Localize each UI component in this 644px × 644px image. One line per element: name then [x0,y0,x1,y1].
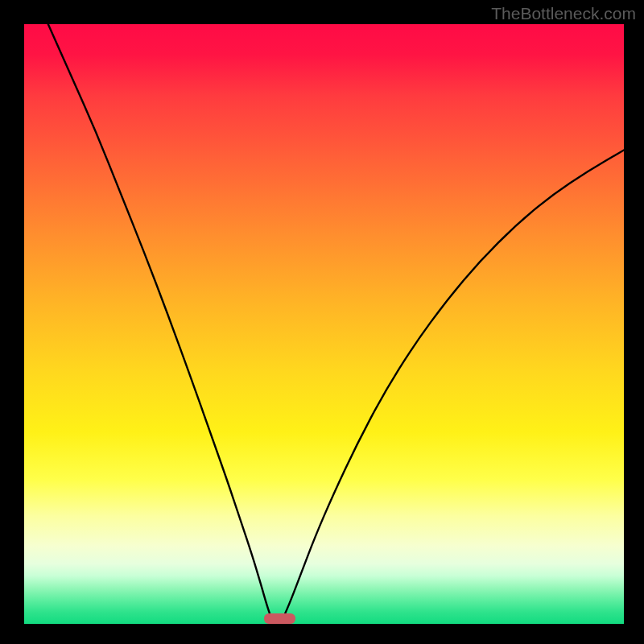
left-branch-curve [48,24,271,618]
right-branch-curve [283,150,624,617]
watermark-text: TheBottleneck.com [491,4,636,23]
bottleneck-marker [264,613,295,624]
outer-frame: TheBottleneck.com [0,0,644,644]
curve-layer [24,24,624,624]
plot-area [24,24,624,624]
